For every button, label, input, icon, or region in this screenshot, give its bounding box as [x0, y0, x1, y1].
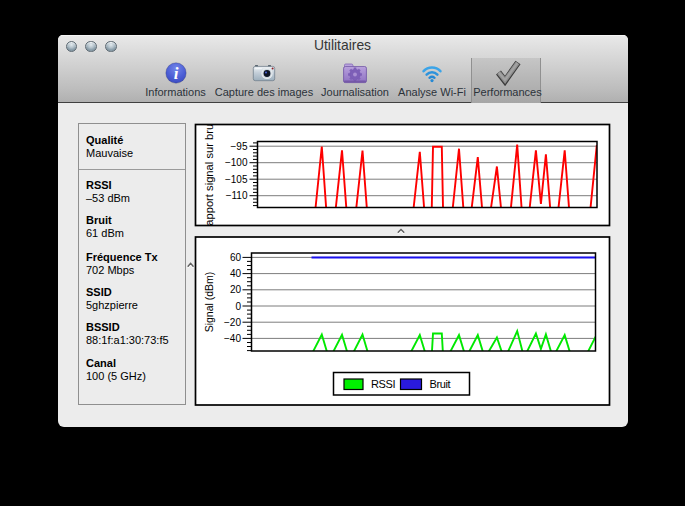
- svg-text:40: 40: [230, 268, 242, 279]
- svg-text:Signal (dBm): Signal (dBm): [203, 272, 215, 333]
- svg-text:0: 0: [235, 301, 241, 312]
- svg-text:RSSI: RSSI: [371, 378, 395, 390]
- svg-text:60: 60: [230, 252, 242, 263]
- svg-text:Rapport signal sur bruit: Rapport signal sur bruit: [203, 117, 215, 234]
- svg-text:−95: −95: [231, 141, 248, 152]
- svg-text:−105: −105: [225, 174, 248, 185]
- svg-text:20: 20: [230, 284, 242, 295]
- svg-text:−40: −40: [224, 333, 241, 344]
- svg-text:−20: −20: [224, 317, 241, 328]
- svg-text:−100: −100: [225, 157, 248, 168]
- svg-text:−110: −110: [226, 190, 248, 201]
- svg-text:Bruit: Bruit: [430, 378, 451, 390]
